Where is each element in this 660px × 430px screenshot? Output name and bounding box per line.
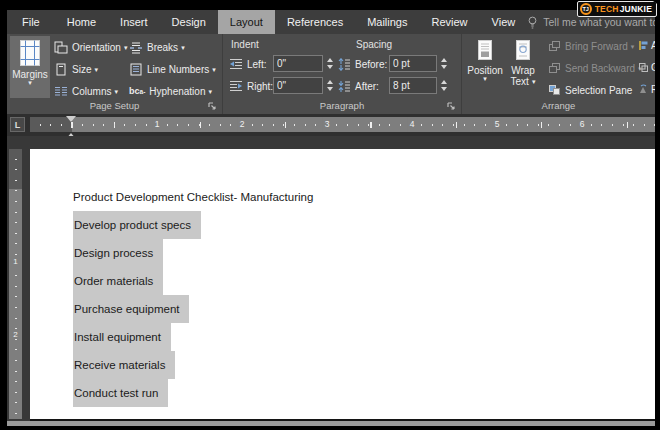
- rotate-icon: [638, 84, 649, 95]
- group-page-setup: Margins Orientation Siz: [7, 34, 222, 114]
- spinner-up[interactable]: [441, 58, 447, 62]
- indent-left-label: Left:: [247, 59, 266, 70]
- size-icon: [54, 63, 68, 76]
- margins-label: Margins: [12, 69, 48, 80]
- spacing-after-field: [389, 77, 447, 94]
- selected-text[interactable]: Conduct test run: [73, 379, 168, 407]
- horizontal-ruler[interactable]: 1 2 3 4 5 6 7: [30, 117, 655, 132]
- hyphenation-glyph: bc: [129, 87, 140, 96]
- bring-forward-icon: [548, 40, 561, 52]
- wrap-text-icon: [513, 39, 533, 63]
- spinner-down[interactable]: [327, 87, 333, 91]
- selected-text[interactable]: Install equipment: [73, 323, 171, 351]
- paragraph-dialog-launcher[interactable]: [447, 102, 456, 111]
- tab-references[interactable]: References: [275, 10, 355, 34]
- spacing-after-input[interactable]: [389, 77, 437, 94]
- tab-mailings[interactable]: Mailings: [355, 10, 419, 34]
- tab-insert[interactable]: Insert: [108, 10, 160, 34]
- paragraph-group-label: Paragraph: [223, 100, 461, 111]
- indent-left-field: [273, 55, 333, 72]
- group-cut-letter: G: [651, 62, 655, 73]
- line-numbers-button[interactable]: Line Numbers: [129, 60, 216, 78]
- indent-right-input[interactable]: [273, 77, 323, 94]
- indent-left-input[interactable]: [273, 55, 323, 72]
- selected-text[interactable]: Receive materials: [73, 351, 175, 379]
- vertical-ruler[interactable]: 1 2: [9, 149, 22, 419]
- checklist-line: Conduct test run: [73, 379, 655, 407]
- spinner-up[interactable]: [441, 80, 447, 84]
- spinner-down[interactable]: [441, 87, 447, 91]
- ruler-number: 3: [323, 117, 332, 132]
- ribbon-tab-bar: File Home Insert Design Layout Reference…: [7, 10, 655, 34]
- indent-right-spinner[interactable]: [327, 77, 333, 94]
- spacing-before-spinner[interactable]: [441, 55, 447, 72]
- checklist-line: Design process: [73, 239, 655, 267]
- indent-right-label: Right:: [247, 81, 273, 92]
- ribbon: Margins Orientation Siz: [7, 34, 655, 114]
- tab-review[interactable]: Review: [420, 10, 480, 34]
- tab-file[interactable]: File: [7, 10, 55, 34]
- spinner-up[interactable]: [327, 80, 333, 84]
- checklist-line: Install equipment: [73, 323, 655, 351]
- margins-icon: [18, 39, 42, 67]
- spacing-after-spinner[interactable]: [441, 77, 447, 94]
- columns-label: Columns: [72, 86, 118, 97]
- spacing-before-label: Before:: [355, 59, 387, 70]
- spinner-up[interactable]: [327, 58, 333, 62]
- line-numbers-icon: [129, 63, 143, 76]
- tab-view[interactable]: View: [480, 10, 528, 34]
- ruler-number: 4: [408, 117, 417, 132]
- position-icon: [475, 39, 495, 63]
- tab-stop-selector[interactable]: L: [10, 117, 25, 132]
- orientation-button[interactable]: Orientation: [54, 38, 127, 56]
- ruler-number: 5: [493, 117, 502, 132]
- selected-text[interactable]: Purchase equipment: [73, 295, 189, 323]
- page-setup-group-label: Page Setup: [7, 100, 222, 111]
- document-area: 1 2 Product Development Checklist- Manuf…: [7, 136, 655, 426]
- tab-layout[interactable]: Layout: [218, 10, 275, 34]
- margins-button[interactable]: Margins: [10, 36, 50, 98]
- word-window: File Home Insert Design Layout Reference…: [7, 10, 655, 426]
- title-row: Product Development Checklist- Manufactu…: [73, 183, 655, 211]
- wrap-text-button[interactable]: Wrap Text: [505, 36, 541, 98]
- hyphenation-glyph-sup: a-: [140, 87, 146, 96]
- indent-right-icon: [229, 80, 243, 92]
- ruler-number: 2: [238, 117, 247, 132]
- page-setup-dialog-launcher[interactable]: [208, 102, 217, 111]
- spacing-before-input[interactable]: [389, 55, 437, 72]
- tab-home[interactable]: Home: [55, 10, 108, 34]
- send-backward-label: Send Backward: [565, 63, 642, 74]
- hyphenation-button[interactable]: bca- Hyphenation: [129, 82, 212, 100]
- indent-left-spinner[interactable]: [327, 55, 333, 72]
- document-title[interactable]: Product Development Checklist- Manufactu…: [73, 191, 313, 203]
- spinner-down[interactable]: [327, 65, 333, 69]
- indent-right-field: [273, 77, 333, 94]
- spacing-header: Spacing: [356, 39, 392, 50]
- align-button[interactable]: A: [638, 40, 655, 51]
- selected-text[interactable]: Design process: [73, 239, 163, 267]
- position-button[interactable]: Position: [468, 36, 502, 98]
- send-backward-button: Send Backward: [548, 59, 642, 77]
- document-page[interactable]: Product Development Checklist- Manufactu…: [30, 149, 655, 421]
- hyphenation-icon: bca-: [129, 87, 145, 96]
- spacing-after-icon: [338, 80, 351, 93]
- selected-text[interactable]: Order materials: [73, 267, 163, 295]
- size-button[interactable]: Size: [54, 60, 98, 78]
- rotate-button[interactable]: R: [638, 84, 655, 95]
- selection-pane-button[interactable]: Selection Pane: [548, 81, 632, 99]
- align-cut-letter: A: [651, 40, 655, 51]
- brand-junkie-text: JUNKIE: [620, 4, 652, 14]
- position-label: Position: [467, 65, 503, 76]
- columns-button[interactable]: Columns: [54, 82, 118, 100]
- indent-left-icon: [229, 58, 243, 70]
- selected-text[interactable]: Develop product specs: [73, 211, 201, 239]
- group-button[interactable]: G: [638, 62, 655, 73]
- vruler-number: 1: [9, 257, 22, 266]
- tab-design[interactable]: Design: [160, 10, 218, 34]
- arrange-group-label: Arrange: [462, 100, 655, 111]
- breaks-button[interactable]: Breaks: [129, 38, 185, 56]
- first-line-indent-marker[interactable]: [66, 116, 76, 122]
- spinner-down[interactable]: [441, 65, 447, 69]
- group-arrange: Position Wrap Text: [462, 34, 655, 114]
- rotate-cut-letter: R: [651, 84, 655, 95]
